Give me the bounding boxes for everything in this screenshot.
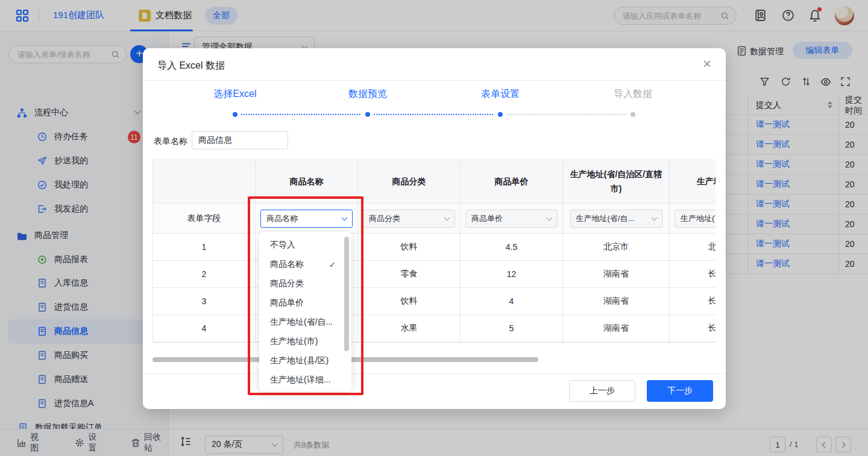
cell-province: 北京市	[563, 234, 670, 261]
header-cell: 生产地址(省/自治区/直辖市)	[563, 160, 670, 204]
step-connector	[241, 114, 360, 115]
field-mapping-table: 商品名称 商品分类 商品单价 生产地址(省/自治区/直辖市) 生产地址(市) 表…	[153, 160, 715, 343]
header-cell: 商品分类	[358, 160, 461, 204]
option-label: 生产地址(详细...	[270, 375, 330, 386]
preview-rows: 1 饮料 4.5 北京市 北京市 2 零食 12 湖南省 长沙市 3 饮料	[153, 234, 715, 342]
dropdown-options: 不导入 商品名称 ✓ 商品分类 商品单价 生产地址(省/自... 生产地址(市)…	[259, 236, 351, 390]
preview-row: 4 水果 5 湖南省 长沙市	[153, 315, 715, 342]
step-dot	[631, 112, 635, 117]
close-icon[interactable]: ×	[703, 55, 711, 72]
import-excel-modal: 导入 Excel 数据 × 选择Excel 数据预览 表单设置 导入数据 表单名…	[143, 48, 726, 409]
preview-row: 1 饮料 4.5 北京市 北京市	[153, 234, 715, 261]
step-connector	[506, 114, 626, 115]
check-icon: ✓	[329, 260, 336, 269]
form-name-input[interactable]	[192, 131, 288, 149]
preview-row: 2 零食 12 湖南省 长沙市	[153, 261, 715, 288]
field-select-category[interactable]: 商品分类	[363, 210, 455, 228]
step-form-settings: 表单设置	[434, 88, 567, 101]
cell-city: 北京市	[670, 234, 715, 261]
cell-price: 4.5	[461, 234, 563, 261]
cell-city: 长沙市	[670, 315, 715, 342]
cell-category: 饮料	[358, 288, 461, 315]
step-connector	[374, 114, 493, 115]
field-select-city[interactable]: 生产地址(市)	[675, 210, 715, 228]
dropdown-option[interactable]: 商品分类	[259, 274, 351, 293]
row-index: 4	[153, 315, 256, 342]
chevron-down-icon	[547, 214, 553, 220]
dropdown-option[interactable]: 生产地址(市)	[259, 332, 351, 351]
dropdown-option[interactable]: 生产地址(省/自...	[259, 313, 351, 332]
header-cell: 生产地址(市)	[670, 160, 715, 204]
option-label: 生产地址(县/区)	[270, 355, 329, 366]
next-step-button[interactable]: 下一步	[647, 380, 713, 402]
row-index: 2	[153, 261, 256, 288]
step-import-data: 导入数据	[567, 88, 699, 101]
cell-category: 饮料	[358, 234, 461, 261]
chevron-down-icon	[342, 214, 348, 220]
field-select-product-name[interactable]: 商品名称	[260, 210, 353, 228]
preview-row: 3 饮料 4 湖南省 长沙市	[153, 288, 715, 315]
form-name-label: 表单名称	[154, 136, 187, 147]
dropdown-option[interactable]: 生产地址(详细...	[259, 370, 351, 390]
option-label: 商品分类	[270, 278, 304, 289]
option-label: 生产地址(市)	[270, 336, 318, 347]
dropdown-option[interactable]: 不导入	[259, 236, 351, 255]
cell-category: 水果	[358, 315, 461, 342]
row-index: 1	[153, 234, 256, 261]
cell-price: 12	[461, 261, 563, 288]
cell-province: 湖南省	[563, 261, 670, 288]
cell-city: 长沙市	[670, 261, 715, 288]
cell-category: 零食	[358, 261, 461, 288]
option-label: 商品单价	[270, 298, 304, 308]
field-select-province[interactable]: 生产地址(省/自...	[570, 210, 662, 228]
step-dot	[365, 112, 370, 117]
cell-price: 4	[461, 288, 563, 315]
field-select-dropdown: 不导入 商品名称 ✓ 商品分类 商品单价 生产地址(省/自... 生产地址(市)…	[259, 232, 351, 392]
header-cell: 商品名称	[256, 160, 358, 204]
import-stepper: 选择Excel 数据预览 表单设置 导入数据	[169, 88, 699, 124]
dropdown-option[interactable]: 商品单价	[259, 293, 351, 313]
dropdown-option[interactable]: 生产地址(县/区)	[259, 351, 351, 370]
dropdown-scrollbar[interactable]	[344, 237, 349, 351]
modal-footer: 上一步 下一步	[143, 373, 726, 409]
step-dot	[233, 112, 237, 117]
option-label: 生产地址(省/自...	[270, 317, 333, 328]
modal-header-divider	[143, 80, 726, 81]
header-cell	[153, 160, 256, 204]
chevron-down-icon	[651, 214, 657, 220]
chevron-down-icon	[444, 214, 450, 220]
option-label: 商品名称	[270, 259, 304, 270]
step-dot	[498, 112, 503, 117]
cell-price: 5	[461, 315, 563, 342]
cell-city: 长沙市	[670, 288, 715, 315]
field-row-label: 表单字段	[153, 204, 256, 234]
prev-step-button[interactable]: 上一步	[569, 380, 635, 402]
modal-title: 导入 Excel 数据	[157, 60, 225, 72]
option-label: 不导入	[270, 240, 295, 251]
cell-province: 湖南省	[563, 315, 670, 342]
field-select-price[interactable]: 商品单价	[465, 210, 558, 228]
header-cell: 商品单价	[461, 160, 563, 204]
mapping-header-row: 商品名称 商品分类 商品单价 生产地址(省/自治区/直辖市) 生产地址(市)	[153, 160, 715, 204]
step-select-excel: 选择Excel	[169, 88, 301, 101]
step-data-preview: 数据预览	[301, 88, 434, 101]
dropdown-option[interactable]: 商品名称 ✓	[259, 255, 351, 274]
field-select-row: 表单字段 商品名称 商品分类 商品单价 生产地址(省/自... 生产地址(市)	[153, 204, 715, 234]
row-index: 3	[153, 288, 256, 315]
cell-province: 湖南省	[563, 288, 670, 315]
